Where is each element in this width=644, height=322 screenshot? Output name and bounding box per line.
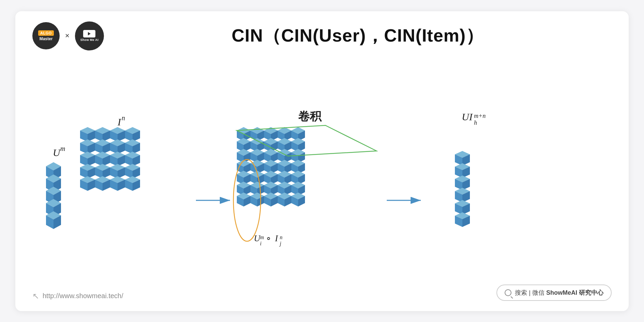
u-label: U [53,147,61,158]
i-sup: n [122,114,125,122]
search-brand: ShowMeAI 研究中心 [546,289,603,296]
formula-sub-i: i [260,241,261,246]
website-url: http://www.showmeai.tech/ [43,292,123,300]
cursor-icon: ↖ [32,291,39,301]
search-prefix: 搜索 | 微信 [515,289,545,296]
ui-sup-mn: m+n [474,112,486,119]
showme-text: Show Me AI [80,38,98,42]
page-title: CIN（CIN(User)，CIN(Item)） [104,24,612,48]
x-separator: × [65,31,70,40]
algo-master-text: Master [40,36,53,41]
i-cube-group [80,127,140,191]
formula-I: I [275,233,278,243]
ui-sub-h: h [474,119,477,126]
search-box[interactable]: 搜索 | 微信 ShowMeAI 研究中心 [496,285,612,301]
bottom-area: ↖ http://www.showmeai.tech/ 搜索 | 微信 Show… [15,285,629,301]
showme-icon [83,30,95,37]
algo-badge: ALGO [38,30,54,36]
conv-label: 卷积 [298,110,322,123]
search-text: 搜索 | 微信 ShowMeAI 研究中心 [515,289,603,297]
i-label: I [117,116,122,127]
logo-area: ALGO Master × Show Me AI [32,21,104,50]
formula-sup-m: m [260,234,264,240]
header: ALGO Master × Show Me AI CIN（CIN(User)，C… [15,11,629,50]
main-diagram: U m [15,61,629,265]
conv-cube-group [237,127,305,206]
u-cube-group [46,162,61,229]
showme-logo: Show Me AI [75,21,104,50]
formula-sup-n: n [280,234,282,240]
ui-label: UI [462,111,473,122]
website-link: ↖ http://www.showmeai.tech/ [32,291,123,301]
u-sup: m [60,145,65,152]
search-icon [505,289,511,296]
output-cube-group [455,151,470,227]
formula-sub-j: j [279,241,281,247]
slide: ALGO Master × Show Me AI CIN（CIN(User)，C… [15,11,629,311]
algo-logo: ALGO Master [32,22,60,49]
formula-circ: ∘ [266,233,271,243]
diagram-svg: U m [36,67,608,265]
